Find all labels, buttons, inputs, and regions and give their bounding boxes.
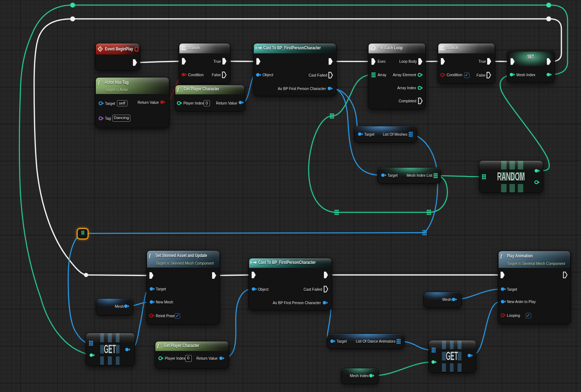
svg-text:GET: GET bbox=[446, 349, 458, 363]
svg-text:GET: GET bbox=[104, 342, 116, 356]
svg-text:RANDOM: RANDOM bbox=[497, 170, 525, 183]
